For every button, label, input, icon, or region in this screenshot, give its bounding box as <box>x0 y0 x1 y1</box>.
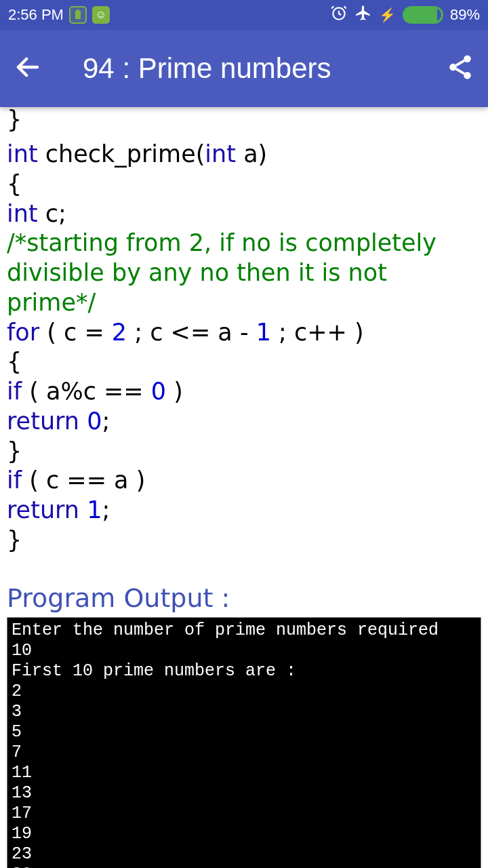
kw-return: return <box>7 408 79 435</box>
svg-rect-1 <box>77 9 79 11</box>
share-button[interactable] <box>446 53 474 84</box>
terminal-output: Enter the number of prime numbers requir… <box>7 617 481 868</box>
back-button[interactable] <box>14 53 42 84</box>
kw-for: for <box>7 319 39 346</box>
status-time: 2:56 PM <box>8 6 64 24</box>
code-block: int check_prime(int a) { int c; /*starti… <box>7 140 481 555</box>
airplane-icon <box>354 4 372 26</box>
kw-if: if <box>7 378 22 405</box>
code-content[interactable]: } int check_prime(int a) { int c; /*star… <box>0 107 488 868</box>
svg-point-5 <box>449 64 457 71</box>
status-right: ⚡ 89% <box>330 4 480 26</box>
bolt-icon: ⚡ <box>379 7 396 23</box>
kw-int: int <box>205 140 236 167</box>
alarm-icon <box>330 4 348 26</box>
kw-return: return <box>7 496 79 524</box>
status-bar: 2:56 PM ☺ ⚡ 89% <box>0 0 488 30</box>
kw-int: int <box>7 200 38 227</box>
status-left: 2:56 PM ☺ <box>8 6 110 24</box>
svg-rect-0 <box>75 11 81 19</box>
app-bar: 94 : Prime numbers <box>0 30 488 107</box>
battery-icon <box>403 6 443 24</box>
kw-int: int <box>7 140 38 167</box>
battery-percent: 89% <box>450 6 480 24</box>
comment: /*starting from 2, if no is completely d… <box>7 229 444 316</box>
kw-if: if <box>7 467 22 494</box>
page-title: 94 : Prime numbers <box>83 52 446 85</box>
svg-point-6 <box>464 72 471 79</box>
battery-saver-icon <box>69 6 87 24</box>
app-notify-icon: ☺ <box>92 6 110 24</box>
output-heading: Program Output : <box>7 583 481 615</box>
code-cutoff-brace: } <box>7 114 481 126</box>
svg-point-4 <box>464 56 471 63</box>
